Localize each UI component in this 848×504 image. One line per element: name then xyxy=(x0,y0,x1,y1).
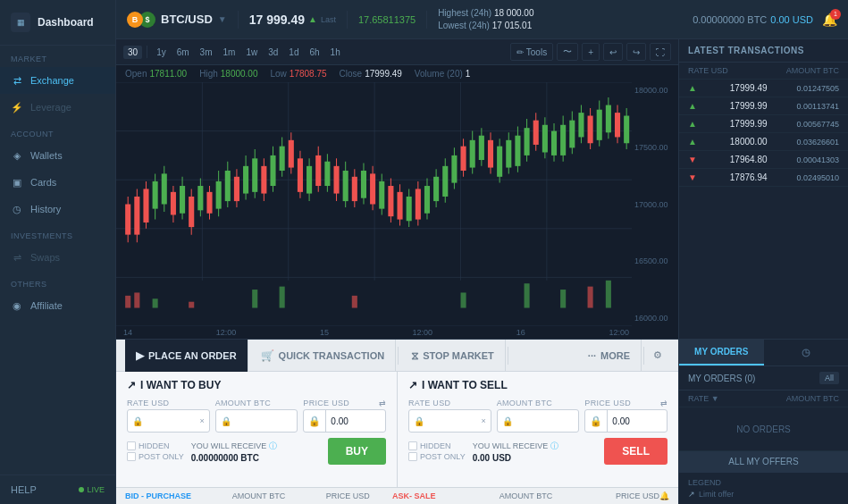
sell-rate-label: RATE USD xyxy=(408,399,491,407)
trading-tabs: ▶ PLACE AN ORDER 🛒 QUICK TRANSACTION ⧖ S… xyxy=(116,340,678,372)
pair-selector[interactable]: B $ BTC/USD ▼ xyxy=(127,12,227,28)
sell-hidden-box[interactable] xyxy=(408,441,417,450)
buy-button[interactable]: BUY xyxy=(328,438,386,465)
indicators-button[interactable]: 〜 xyxy=(557,43,578,61)
tf-1m[interactable]: 1m xyxy=(219,46,240,59)
tab-my-orders[interactable]: MY ORDERS xyxy=(679,340,764,365)
buy-receive-value: 0.00000000 BTC xyxy=(191,453,278,463)
sidebar-item-history[interactable]: ◷ History xyxy=(0,196,115,223)
sell-amount-input[interactable] xyxy=(516,416,575,426)
fullscreen-button[interactable]: ⛶ xyxy=(650,43,671,61)
tab-place-order[interactable]: ▶ PLACE AN ORDER xyxy=(125,340,248,372)
all-my-offers-button[interactable]: ALL MY OFFERS xyxy=(679,450,848,472)
buy-title-text: I WANT TO BUY xyxy=(140,379,221,391)
tf-1y[interactable]: 1y xyxy=(152,46,171,59)
buy-hidden-checkbox[interactable]: HIDDEN xyxy=(127,441,184,450)
sell-rate-x: × xyxy=(481,416,485,425)
settings-button[interactable]: ⚙ xyxy=(646,349,669,361)
orders-count-label: MY ORDERS (0) xyxy=(688,374,755,383)
buy-price-swap[interactable]: ⇄ xyxy=(379,399,386,407)
transactions-header: LATEST TRANSACTIONS xyxy=(679,39,848,63)
sidebar-item-exchange-label: Exchange xyxy=(30,75,74,86)
buy-post-only-checkbox[interactable]: POST ONLY xyxy=(127,452,184,461)
sidebar-item-history-label: History xyxy=(30,204,61,214)
buy-rate-x: × xyxy=(199,416,204,425)
tf-3d[interactable]: 3d xyxy=(264,46,282,59)
sell-price-label: PRICE USD ⇄ xyxy=(584,399,667,407)
tab-quick-transaction[interactable]: 🛒 QUICK TRANSACTION xyxy=(250,340,397,372)
bid-label: BID - PURCHASE xyxy=(125,491,214,500)
btbl-price-usd-label2: PRICE USD xyxy=(570,491,659,500)
tx-amount-value: 0.00113741 xyxy=(796,102,839,111)
tab-stop-market-label: STOP MARKET xyxy=(423,350,494,361)
sell-rate-input[interactable] xyxy=(427,416,478,426)
account-section-label: ACCOUNT xyxy=(0,121,115,142)
sell-price-input-wrap[interactable]: 🔒 xyxy=(584,409,667,433)
buy-amount-lock-icon: 🔒 xyxy=(221,416,231,426)
notification-button[interactable]: 🔔 1 xyxy=(822,13,837,27)
tx-amount-value: 0.03626601 xyxy=(796,138,839,147)
sidebar-item-swaps: ⇌ Swaps xyxy=(0,244,115,271)
tab-stop-market[interactable]: ⧖ STOP MARKET xyxy=(400,340,506,372)
sell-button[interactable]: SELL xyxy=(604,438,667,465)
tf-6h[interactable]: 6h xyxy=(305,46,323,59)
bell-icon[interactable]: 🔔 xyxy=(659,491,669,500)
sell-amount-label: AMOUNT BTC xyxy=(497,399,580,407)
tx-amount-value: 0.00041303 xyxy=(796,155,839,164)
tf-1h[interactable]: 1h xyxy=(326,46,345,59)
tab-orders-history[interactable]: ◷ xyxy=(764,340,849,365)
price-main: 17 999.49 xyxy=(249,13,305,27)
tab-sep3 xyxy=(643,347,644,365)
tools-icon: ✏ xyxy=(516,47,524,57)
sell-hidden-checkbox[interactable]: HIDDEN xyxy=(408,441,466,450)
sidebar-header: ▦ Dashboard xyxy=(0,0,115,46)
undo-button[interactable]: ↩ xyxy=(603,43,623,61)
sell-post-only-checkbox[interactable]: POST ONLY xyxy=(408,452,466,461)
buy-amount-input[interactable] xyxy=(234,416,293,426)
price-label-3: 17000.00 xyxy=(634,200,676,209)
sell-form: ↗ I WANT TO SELL RATE USD 🔒 xyxy=(398,372,678,487)
tf-3m[interactable]: 3m xyxy=(196,46,217,59)
balance-btc: 0.00000000 BTC xyxy=(693,14,767,25)
sell-title-text: I WANT TO SELL xyxy=(422,379,508,391)
tf-1d[interactable]: 1d xyxy=(284,46,303,59)
tf-30[interactable]: 30 xyxy=(123,46,142,59)
settings-icon: ⚙ xyxy=(653,349,662,360)
buy-form-fields: RATE USD 🔒 × AMOUNT BTC xyxy=(127,399,386,433)
tab-more[interactable]: ··· MORE xyxy=(577,340,642,372)
sell-post-only-box[interactable] xyxy=(408,452,417,461)
tx-direction-arrow: ▲ xyxy=(688,137,697,147)
help-text[interactable]: HELP xyxy=(11,484,37,495)
buy-amount-input-wrap[interactable]: 🔒 xyxy=(215,409,298,433)
price-label-1: 18000.00 xyxy=(634,86,676,95)
sell-price-swap[interactable]: ⇄ xyxy=(660,399,667,407)
sidebar-item-exchange[interactable]: ⇄ Exchange xyxy=(0,67,115,94)
tools-button[interactable]: ✏ Tools xyxy=(510,43,553,61)
tf-6m[interactable]: 6m xyxy=(172,46,194,59)
chart-canvas[interactable]: 18000.00 17500.00 17000.00 16500.00 1600… xyxy=(116,82,678,326)
cards-icon: ▣ xyxy=(11,176,23,189)
sidebar-item-wallets[interactable]: ◈ Wallets xyxy=(0,142,115,169)
quick-transaction-icon: 🛒 xyxy=(261,349,274,362)
tf-1w[interactable]: 1w xyxy=(241,46,262,59)
compare-button[interactable]: + xyxy=(582,43,600,61)
sell-price-field: PRICE USD ⇄ 🔒 xyxy=(584,399,667,433)
buy-rate-input[interactable] xyxy=(146,416,197,426)
high-label: High xyxy=(199,69,218,79)
buy-form-bottom: HIDDEN POST ONLY YOU WILL RECEIVE xyxy=(127,438,386,465)
sell-price-input[interactable] xyxy=(608,416,667,426)
sell-amount-input-wrap[interactable]: 🔒 xyxy=(497,409,580,433)
buy-rate-input-wrap[interactable]: 🔒 × xyxy=(127,409,210,433)
orders-all-button[interactable]: All xyxy=(819,372,839,384)
redo-button[interactable]: ↪ xyxy=(626,43,646,61)
sidebar-item-cards[interactable]: ▣ Cards xyxy=(0,169,115,196)
hidden-box[interactable] xyxy=(127,441,136,450)
buy-price-input[interactable] xyxy=(326,416,385,426)
post-only-box[interactable] xyxy=(127,452,136,461)
sidebar-item-affiliate[interactable]: ◉ Affiliate xyxy=(0,292,115,319)
buy-price-input-wrap[interactable]: 🔒 xyxy=(303,409,386,433)
sell-rate-input-wrap[interactable]: 🔒 × xyxy=(408,409,491,433)
svg-rect-129 xyxy=(352,296,357,308)
sidebar-item-affiliate-label: Affiliate xyxy=(30,300,63,311)
chart-sep-1 xyxy=(147,46,147,58)
